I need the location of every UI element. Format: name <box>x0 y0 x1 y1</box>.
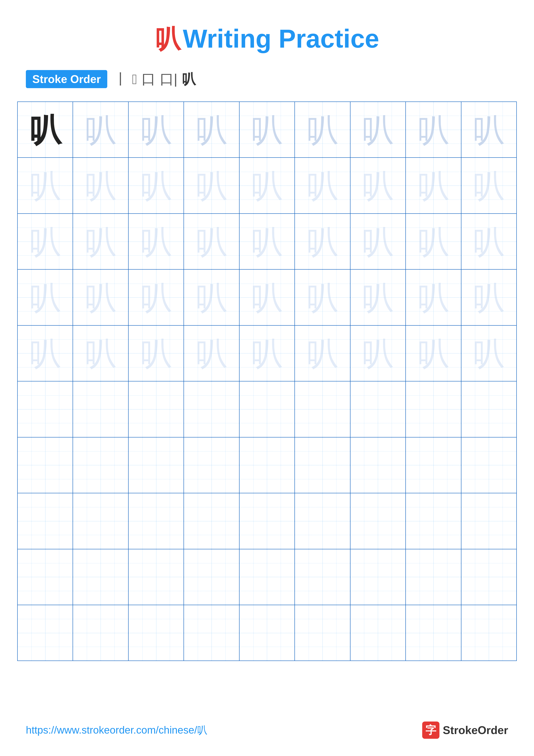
grid-cell[interactable]: 叭 <box>129 270 184 325</box>
grid-cell[interactable]: 叭 <box>461 158 516 213</box>
grid-cell[interactable] <box>73 549 128 605</box>
grid-cell[interactable]: 叭 <box>461 270 516 325</box>
grid-cell[interactable] <box>73 493 128 549</box>
grid-cell[interactable] <box>406 605 461 661</box>
grid-cell[interactable] <box>73 605 128 661</box>
grid-cell[interactable] <box>461 438 516 493</box>
grid-cell[interactable]: 叭 <box>129 102 184 157</box>
grid-cell[interactable] <box>406 438 461 493</box>
grid-cell[interactable]: 叭 <box>406 326 461 381</box>
grid-cell[interactable]: 叭 <box>73 214 128 269</box>
grid-cell[interactable] <box>350 493 406 549</box>
grid-cell[interactable]: 叭 <box>295 158 350 213</box>
grid-cell[interactable] <box>406 549 461 605</box>
grid-cell[interactable] <box>295 438 350 493</box>
grid-cell[interactable]: 叭 <box>406 158 461 213</box>
grid-cell[interactable] <box>129 605 184 661</box>
grid-cell[interactable] <box>350 549 406 605</box>
grid-cell[interactable] <box>295 381 350 437</box>
grid-cell[interactable] <box>461 381 516 437</box>
grid-cell[interactable]: 叭 <box>240 326 295 381</box>
grid-cell[interactable]: 叭 <box>73 326 128 381</box>
grid-cell[interactable]: 叭 <box>184 270 239 325</box>
grid-cell[interactable] <box>184 493 239 549</box>
grid-cell[interactable]: 叭 <box>184 214 239 269</box>
grid-row: 叭叭叭叭叭叭叭叭叭 <box>18 158 516 214</box>
grid-cell[interactable]: 叭 <box>295 214 350 269</box>
grid-cell[interactable] <box>240 605 295 661</box>
guide-char-light: 叭 <box>129 102 184 157</box>
grid-cell[interactable] <box>295 549 350 605</box>
grid-cell[interactable] <box>18 381 73 437</box>
stroke-order-section: Stroke Order 丨 𠃌 口 口| 叭 <box>0 69 534 89</box>
grid-cell[interactable]: 叭 <box>406 102 461 157</box>
grid-cell[interactable]: 叭 <box>184 326 239 381</box>
grid-cell[interactable] <box>295 605 350 661</box>
guide-char-light: 叭 <box>73 102 128 157</box>
grid-cell[interactable]: 叭 <box>18 102 73 157</box>
grid-cell[interactable] <box>73 381 128 437</box>
grid-cell[interactable] <box>350 605 406 661</box>
guide-char-light: 叭 <box>350 102 405 157</box>
grid-cell[interactable]: 叭 <box>295 326 350 381</box>
guide-char-faint: 叭 <box>184 214 239 269</box>
grid-cell[interactable]: 叭 <box>295 102 350 157</box>
grid-cell[interactable] <box>295 493 350 549</box>
grid-cell[interactable]: 叭 <box>240 214 295 269</box>
grid-cell[interactable] <box>18 493 73 549</box>
grid-cell[interactable]: 叭 <box>18 270 73 325</box>
grid-cell[interactable] <box>350 438 406 493</box>
grid-cell[interactable]: 叭 <box>184 102 239 157</box>
grid-cell[interactable]: 叭 <box>350 270 406 325</box>
grid-cell[interactable] <box>184 438 239 493</box>
grid-cell[interactable]: 叭 <box>18 326 73 381</box>
grid-cell[interactable] <box>18 438 73 493</box>
grid-cell[interactable] <box>184 381 239 437</box>
grid-cell[interactable]: 叭 <box>73 102 128 157</box>
grid-cell[interactable]: 叭 <box>129 158 184 213</box>
grid-cell[interactable] <box>18 605 73 661</box>
grid-cell[interactable] <box>240 438 295 493</box>
guide-char-faint: 叭 <box>295 270 350 325</box>
footer-url[interactable]: https://www.strokeorder.com/chinese/叭 <box>26 723 207 737</box>
grid-cell[interactable] <box>129 493 184 549</box>
grid-cell[interactable]: 叭 <box>240 270 295 325</box>
grid-cell[interactable] <box>406 493 461 549</box>
grid-cell[interactable] <box>129 438 184 493</box>
grid-cell[interactable] <box>73 438 128 493</box>
grid-cell[interactable]: 叭 <box>18 158 73 213</box>
grid-cell[interactable]: 叭 <box>73 158 128 213</box>
grid-cell[interactable]: 叭 <box>240 158 295 213</box>
stroke-order-badge: Stroke Order <box>26 70 107 88</box>
grid-cell[interactable] <box>129 381 184 437</box>
grid-cell[interactable]: 叭 <box>461 326 516 381</box>
grid-cell[interactable]: 叭 <box>129 214 184 269</box>
grid-cell[interactable] <box>18 549 73 605</box>
grid-cell[interactable]: 叭 <box>461 214 516 269</box>
grid-cell[interactable] <box>240 381 295 437</box>
grid-cell[interactable]: 叭 <box>350 326 406 381</box>
grid-cell[interactable]: 叭 <box>184 158 239 213</box>
grid-cell[interactable]: 叭 <box>350 102 406 157</box>
grid-cell[interactable]: 叭 <box>295 270 350 325</box>
grid-cell[interactable] <box>240 493 295 549</box>
grid-cell[interactable] <box>184 549 239 605</box>
grid-cell[interactable] <box>129 549 184 605</box>
grid-cell[interactable]: 叭 <box>406 214 461 269</box>
grid-cell[interactable]: 叭 <box>350 158 406 213</box>
grid-cell[interactable]: 叭 <box>406 270 461 325</box>
stroke-step-5: 叭 <box>182 69 196 89</box>
grid-cell[interactable] <box>184 605 239 661</box>
grid-cell[interactable]: 叭 <box>129 326 184 381</box>
grid-cell[interactable]: 叭 <box>18 214 73 269</box>
grid-cell[interactable] <box>461 493 516 549</box>
grid-cell[interactable] <box>461 549 516 605</box>
grid-cell[interactable]: 叭 <box>240 102 295 157</box>
grid-cell[interactable] <box>406 381 461 437</box>
grid-cell[interactable] <box>240 549 295 605</box>
grid-cell[interactable] <box>461 605 516 661</box>
grid-cell[interactable] <box>350 381 406 437</box>
grid-cell[interactable]: 叭 <box>73 270 128 325</box>
grid-cell[interactable]: 叭 <box>350 214 406 269</box>
grid-cell[interactable]: 叭 <box>461 102 516 157</box>
